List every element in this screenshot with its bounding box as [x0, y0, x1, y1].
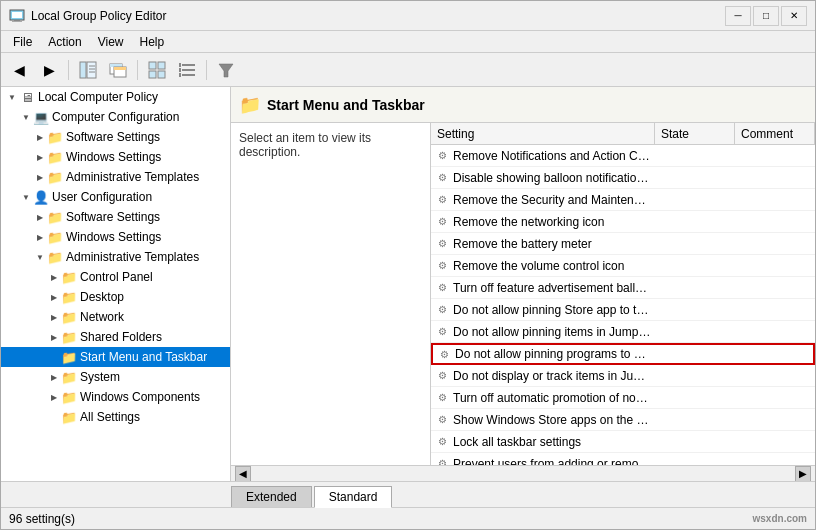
expand-icon[interactable]: ▶ [33, 167, 47, 187]
expand-icon[interactable]: ▶ [33, 207, 47, 227]
expand-icon[interactable] [47, 407, 61, 427]
list-item[interactable]: ⚙ Prevent users from adding or removing … [431, 453, 815, 465]
tree-item-user-configuration[interactable]: ▼ 👤 User Configuration [1, 187, 230, 207]
folder-icon: 📁 [47, 149, 63, 165]
expand-icon[interactable]: ▼ [5, 87, 19, 107]
hscroll-track [253, 468, 793, 480]
expand-icon[interactable]: ▼ [19, 187, 33, 207]
policy-icon: ⚙ [431, 392, 453, 403]
svg-rect-21 [179, 68, 181, 72]
row-text: Remove the volume control icon [453, 259, 655, 273]
expand-icon[interactable]: ▶ [47, 387, 61, 407]
list-item[interactable]: ⚙ Lock all taskbar settings [431, 431, 815, 453]
svg-rect-5 [87, 62, 96, 78]
new-window-button[interactable] [104, 57, 132, 83]
policy-icon: ⚙ [431, 238, 453, 249]
filter-button[interactable] [212, 57, 240, 83]
folder-icon: 📁 [61, 389, 77, 405]
row-text: Prevent users from adding or removing to… [453, 457, 655, 466]
hscroll-left[interactable]: ◀ [235, 466, 251, 482]
folder-icon: 📁 [61, 269, 77, 285]
tree-item-windows-settings-2[interactable]: ▶ 📁 Windows Settings [1, 227, 230, 247]
maximize-button[interactable]: □ [753, 6, 779, 26]
menu-help[interactable]: Help [132, 33, 173, 51]
expand-icon[interactable]: ▶ [47, 267, 61, 287]
close-button[interactable]: ✕ [781, 6, 807, 26]
list-item[interactable]: ⚙ Remove the Security and Maintenance ic… [431, 189, 815, 211]
content-area: Select an item to view its description. … [231, 123, 815, 465]
expand-icon[interactable]: ▶ [33, 127, 47, 147]
menu-action[interactable]: Action [40, 33, 89, 51]
show-hide-tree-button[interactable] [74, 57, 102, 83]
status-bar: 96 setting(s) wsxdn.com [1, 507, 815, 529]
status-logo: wsxdn.com [753, 513, 807, 524]
tree-panel: ▼ 🖥 Local Computer Policy ▼ 💻 Computer C… [1, 87, 231, 481]
policy-icon: ⚙ [431, 216, 453, 227]
tree-item-control-panel[interactable]: ▶ 📁 Control Panel [1, 267, 230, 287]
app-icon [9, 8, 25, 24]
folder-icon: 📁 [47, 249, 63, 265]
expand-icon[interactable] [47, 347, 61, 367]
icon-view-button[interactable] [143, 57, 171, 83]
tree-item-software-settings-2[interactable]: ▶ 📁 Software Settings [1, 207, 230, 227]
tree-item-start-menu-taskbar[interactable]: 📁 Start Menu and Taskbar [1, 347, 230, 367]
tree-item-desktop[interactable]: ▶ 📁 Desktop [1, 287, 230, 307]
tree-item-local-computer-policy[interactable]: ▼ 🖥 Local Computer Policy [1, 87, 230, 107]
expand-icon[interactable]: ▼ [19, 107, 33, 127]
minimize-button[interactable]: ─ [725, 6, 751, 26]
policy-icon: ⚙ [431, 458, 453, 465]
column-header-setting[interactable]: Setting [431, 123, 655, 144]
list-item[interactable]: ⚙ Remove the volume control icon [431, 255, 815, 277]
expand-icon[interactable]: ▶ [47, 367, 61, 387]
tree-item-windows-settings-1[interactable]: ▶ 📁 Windows Settings [1, 147, 230, 167]
list-item[interactable]: ⚙ Turn off automatic promotion of notifi… [431, 387, 815, 409]
list-item[interactable]: ⚙ Remove Notifications and Action Center [431, 145, 815, 167]
row-text: Disable showing balloon notifications as… [453, 171, 655, 185]
tree-item-admin-templates-1[interactable]: ▶ 📁 Administrative Templates [1, 167, 230, 187]
tab-extended[interactable]: Extended [231, 486, 312, 507]
tab-standard[interactable]: Standard [314, 486, 393, 508]
list-item-highlighted[interactable]: ⚙ Do not allow pinning programs to the T… [431, 343, 815, 365]
menu-file[interactable]: File [5, 33, 40, 51]
list-item[interactable]: ⚙ Turn off feature advertisement balloon… [431, 277, 815, 299]
hscroll-right[interactable]: ▶ [795, 466, 811, 482]
tree-item-windows-components[interactable]: ▶ 📁 Windows Components [1, 387, 230, 407]
tree-item-admin-templates-2[interactable]: ▼ 📁 Administrative Templates [1, 247, 230, 267]
folder-icon: 📁 [61, 409, 77, 425]
list-item[interactable]: ⚙ Disable showing balloon notifications … [431, 167, 815, 189]
list-item[interactable]: ⚙ Show Windows Store apps on the taskbar [431, 409, 815, 431]
description-text: Select an item to view its description. [239, 131, 371, 159]
tree-item-network[interactable]: ▶ 📁 Network [1, 307, 230, 327]
tree-item-system[interactable]: ▶ 📁 System [1, 367, 230, 387]
tree-item-shared-folders[interactable]: ▶ 📁 Shared Folders [1, 327, 230, 347]
policy-icon: ⚙ [433, 349, 455, 360]
row-text: Remove Notifications and Action Center [453, 149, 655, 163]
expand-icon[interactable]: ▼ [33, 247, 47, 267]
list-pane[interactable]: Setting State Comment ⚙ Remove Notificat… [431, 123, 815, 465]
expand-icon[interactable]: ▶ [33, 147, 47, 167]
menu-bar: File Action View Help [1, 31, 815, 53]
row-text: Turn off feature advertisement balloon n… [453, 281, 655, 295]
list-item[interactable]: ⚙ Remove the battery meter [431, 233, 815, 255]
list-item[interactable]: ⚙ Do not display or track items in Jump … [431, 365, 815, 387]
row-text: Show Windows Store apps on the taskbar [453, 413, 655, 427]
list-view-button[interactable] [173, 57, 201, 83]
list-item[interactable]: ⚙ Do not allow pinning items in Jump Lis… [431, 321, 815, 343]
column-header-state[interactable]: State [655, 123, 735, 144]
list-item[interactable]: ⚙ Remove the networking icon [431, 211, 815, 233]
folder-header: 📁 Start Menu and Taskbar [231, 87, 815, 123]
expand-icon[interactable]: ▶ [33, 227, 47, 247]
tree-item-software-settings-1[interactable]: ▶ 📁 Software Settings [1, 127, 230, 147]
policy-icon: ⚙ [431, 370, 453, 381]
expand-icon[interactable]: ▶ [47, 307, 61, 327]
menu-view[interactable]: View [90, 33, 132, 51]
horizontal-scrollbar[interactable]: ◀ ▶ [231, 465, 815, 481]
forward-button[interactable]: ▶ [35, 57, 63, 83]
expand-icon[interactable]: ▶ [47, 287, 61, 307]
tree-item-computer-configuration[interactable]: ▼ 💻 Computer Configuration [1, 107, 230, 127]
column-header-comment[interactable]: Comment [735, 123, 815, 144]
back-button[interactable]: ◀ [5, 57, 33, 83]
tree-item-all-settings[interactable]: 📁 All Settings [1, 407, 230, 427]
expand-icon[interactable]: ▶ [47, 327, 61, 347]
list-item[interactable]: ⚙ Do not allow pinning Store app to the … [431, 299, 815, 321]
